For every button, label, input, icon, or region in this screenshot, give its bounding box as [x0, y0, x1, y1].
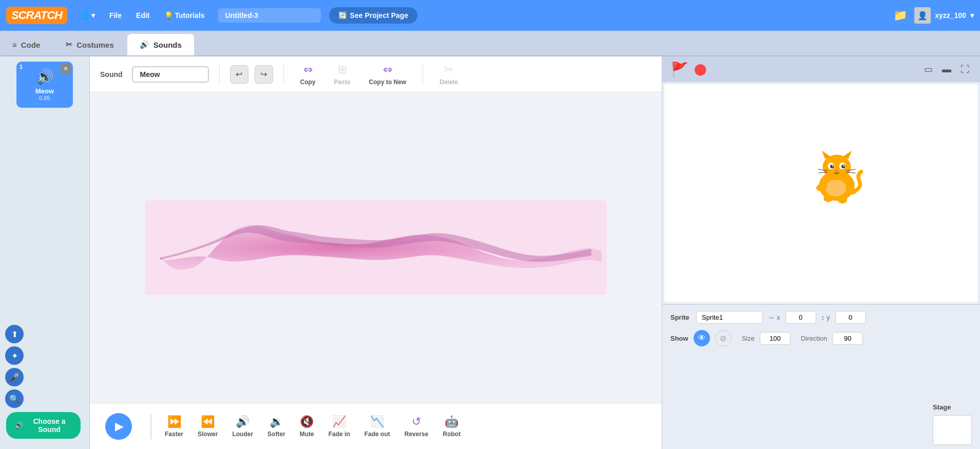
layout-fullscreen-button[interactable]: ⛶ — [958, 62, 972, 77]
fade-in-icon: 📈 — [332, 415, 346, 428]
project-title-input[interactable] — [218, 8, 321, 23]
tutorials-button[interactable]: 💡 Tutorials — [159, 8, 210, 23]
sound-name-input[interactable] — [132, 66, 209, 83]
copy-label: Copy — [300, 79, 316, 86]
username-label: xyzz_100 — [935, 11, 966, 19]
tab-sounds[interactable]: 🔊 Sounds — [127, 34, 194, 55]
sprite-info-row-1: Sprite ↔ x ↕ y — [670, 311, 972, 324]
x-coord-label: ↔ x — [768, 314, 780, 321]
louder-button[interactable]: 🔊 Louder — [225, 412, 260, 441]
edit-menu-button[interactable]: Edit — [131, 8, 155, 23]
tab-bar: ≡ Code ✂ Costumes 🔊 Sounds — [0, 31, 980, 56]
copy-to-new-label: Copy to New — [369, 79, 407, 86]
y-coord-label: ↕ y — [821, 314, 830, 321]
effects-divider — [150, 414, 151, 439]
sounds-tab-label: Sounds — [153, 41, 182, 49]
fade-out-button[interactable]: 📉 Fade out — [357, 412, 397, 441]
slower-button[interactable]: ⏪ Slower — [190, 412, 225, 441]
robot-icon: 🤖 — [445, 415, 458, 428]
globe-button[interactable]: 🌐 ▾ — [75, 8, 100, 23]
magic-button[interactable]: ✦ — [5, 346, 24, 365]
paste-icon: ⊞ — [338, 63, 347, 76]
delete-label: Delete — [439, 79, 458, 86]
delete-button[interactable]: ✂ Delete — [433, 60, 464, 89]
sound-item-meow[interactable]: 1 ✕ 🔊 Meow 0.85 — [16, 62, 73, 108]
direction-input[interactable] — [832, 332, 863, 345]
faster-button[interactable]: ⏩ Faster — [158, 412, 190, 441]
waveform-container — [90, 92, 662, 403]
copy-to-new-button[interactable]: ⇔ Copy to New — [363, 60, 413, 89]
hide-button[interactable]: ⊘ — [715, 330, 732, 346]
play-icon: ▶ — [115, 420, 124, 433]
file-menu-button[interactable]: File — [104, 8, 127, 23]
folder-button[interactable]: 📁 — [890, 6, 910, 25]
sprite-label: Sprite — [670, 314, 691, 321]
slower-label: Slower — [198, 431, 218, 438]
user-avatar: 👤 — [914, 7, 931, 24]
user-menu-button[interactable]: 👤 xyzz_100 ▾ — [914, 7, 974, 24]
stage-mini-section: Stage — [662, 399, 980, 449]
size-input[interactable] — [760, 332, 791, 345]
user-icon: 👤 — [917, 11, 928, 21]
copy-icon: ⇔ — [303, 63, 313, 76]
stop-button[interactable]: ⬤ — [693, 62, 707, 76]
delete-icon: ✂ — [444, 63, 453, 76]
layout-small-button[interactable]: ▭ — [922, 62, 935, 77]
scratch-logo: SCRATCH — [6, 7, 67, 24]
svg-point-11 — [843, 165, 844, 167]
redo-button[interactable]: ↪ — [255, 65, 273, 84]
effects-bar: ▶ ⏩ Faster ⏪ Slower 🔊 Louder 🔉 Softer 🔇 — [90, 403, 662, 449]
y-coord-input[interactable] — [835, 311, 866, 324]
sound-delete-button[interactable]: ✕ — [61, 64, 71, 74]
waveform-display[interactable] — [145, 200, 607, 295]
search-sound-button[interactable]: 🔍 — [5, 389, 24, 408]
code-tab-icon: ≡ — [12, 41, 17, 49]
undo-button[interactable]: ↩ — [230, 65, 248, 84]
fade-out-icon: 📉 — [370, 415, 384, 428]
mute-button[interactable]: 🔇 Mute — [293, 412, 321, 441]
reverse-icon: ↺ — [412, 415, 421, 428]
fade-in-button[interactable]: 📈 Fade in — [321, 412, 357, 441]
play-button[interactable]: ▶ — [105, 413, 132, 440]
code-tab-label: Code — [21, 41, 41, 49]
layout-normal-button[interactable]: ▬ — [940, 62, 953, 77]
direction-label: Direction — [801, 335, 827, 342]
sprite-info-row-2: Show 👁 ⊘ Size Direction — [670, 330, 972, 346]
toolbar-divider-1 — [219, 64, 220, 85]
svg-point-10 — [832, 165, 833, 167]
show-button[interactable]: 👁 — [694, 330, 710, 346]
paste-button[interactable]: ⊞ Paste — [328, 60, 357, 89]
robot-button[interactable]: 🤖 Robot — [435, 412, 468, 441]
cat-sprite — [809, 146, 865, 207]
softer-button[interactable]: 🔉 Softer — [260, 412, 293, 441]
sound-number: 1 — [20, 64, 23, 70]
choose-sound-button[interactable]: 🔊 Choose a Sound — [6, 412, 81, 439]
main-layout: 1 ✕ 🔊 Meow 0.85 ⬆ ✦ 🎤 🔍 🔊 Choose a Sound — [0, 56, 980, 449]
see-project-button[interactable]: 🔄 See Project Page — [329, 7, 418, 24]
mute-label: Mute — [300, 431, 314, 438]
size-label: Size — [742, 335, 755, 342]
tab-code[interactable]: ≡ Code — [0, 34, 52, 55]
sidebar-tools: ⬆ ✦ 🎤 🔍 — [5, 325, 24, 408]
green-flag-button[interactable]: 🚩 — [670, 61, 688, 78]
sprite-name-input[interactable] — [696, 311, 763, 324]
editor-area: Sound ↩ ↪ ⇔ Copy ⊞ Paste ⇔ Copy to New — [90, 56, 662, 449]
copy-button[interactable]: ⇔ Copy — [294, 60, 322, 89]
reverse-button[interactable]: ↺ Reverse — [397, 412, 436, 441]
x-coord-input[interactable] — [785, 311, 816, 324]
y-icon: ↕ — [821, 314, 825, 321]
upload-sound-button[interactable]: ⬆ — [5, 325, 24, 343]
top-nav: SCRATCH 🌐 ▾ File Edit 💡 Tutorials 🔄 See … — [0, 0, 980, 31]
sound-item-name: Meow — [35, 87, 54, 95]
tab-costumes[interactable]: ✂ Costumes — [53, 34, 126, 55]
toolbar-divider-2 — [283, 64, 284, 85]
record-button[interactable]: 🎤 — [5, 368, 24, 386]
stage-mini-label: Stage — [933, 403, 972, 411]
svg-point-20 — [823, 194, 833, 202]
mute-icon: 🔇 — [300, 415, 314, 428]
sound-item-icon: 🔊 — [36, 68, 54, 85]
svg-point-21 — [838, 196, 847, 204]
costumes-tab-icon: ✂ — [66, 40, 72, 49]
stage-mini-thumbnail[interactable] — [933, 415, 972, 445]
sounds-sidebar: 1 ✕ 🔊 Meow 0.85 ⬆ ✦ 🎤 🔍 🔊 Choose a Sound — [0, 56, 90, 449]
